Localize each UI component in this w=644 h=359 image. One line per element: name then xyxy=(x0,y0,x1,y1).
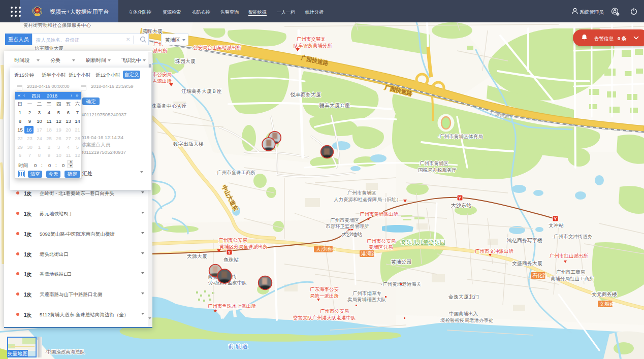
svg-text:信室商业大厦: 信室商业大厦 xyxy=(34,45,63,51)
svg-text:文元商务楼: 文元商务楼 xyxy=(592,291,617,297)
svg-text:·中国渔政南海总队: ·中国渔政南海总队 xyxy=(45,349,85,354)
svg-text:公安局台山车站派出所: 公安局台山车站派出所 xyxy=(193,45,242,50)
svg-text:广州市工商局: 广州市工商局 xyxy=(556,269,585,275)
svg-text:黄埔公园: 黄埔公园 xyxy=(391,259,411,265)
svg-text:广州市黄埔区: 广州市黄埔区 xyxy=(347,190,376,195)
svg-text:鸿亿商务写字楼: 鸿亿商务写字楼 xyxy=(506,238,542,243)
svg-text:广州市黄埔区: 广州市黄埔区 xyxy=(420,160,448,166)
svg-text:·广州市黄埔区体育局: ·广州市黄埔区体育局 xyxy=(438,134,483,139)
svg-text:国税局办税服务厅: 国税局办税服务厅 xyxy=(418,167,457,173)
svg-text:鱼珠站: 鱼珠站 xyxy=(223,257,239,263)
svg-text:Y: Y xyxy=(554,216,557,221)
svg-text:广州市黄埔派出所: 广州市黄埔派出所 xyxy=(360,211,399,217)
svg-text:奇乐儿儿童游乐园: 奇乐儿儿童游乐园 xyxy=(401,239,445,245)
svg-text:人力资源和社会保障局（旧址）: 人力资源和社会保障局（旧址） xyxy=(334,197,401,202)
svg-text:·广州市鱼珠工商所: ·广州市鱼珠工商所 xyxy=(215,170,256,175)
svg-text:广州市文冲派出所: 广州市文冲派出所 xyxy=(475,248,514,254)
svg-text:港湾路: 港湾路 xyxy=(361,251,376,256)
svg-text:大沙地西: 大沙地西 xyxy=(316,246,336,252)
svg-text:·广州市文冲街道办: ·广州市文冲街道办 xyxy=(552,234,593,239)
svg-text:骊丰大厦Ｃ座: 骊丰大厦Ｃ座 xyxy=(319,103,350,108)
svg-text:★: ★ xyxy=(367,217,370,221)
svg-text:天源大厦: 天源大厦 xyxy=(187,253,207,259)
svg-text:局第一派出所: 局第一派出所 xyxy=(310,293,339,299)
svg-text:大沙东站: 大沙东站 xyxy=(451,203,471,208)
svg-text:金逸大厦北门: 金逸大厦北门 xyxy=(448,294,479,300)
svg-text:★: ★ xyxy=(213,308,217,313)
svg-text:文船路: 文船路 xyxy=(599,301,615,307)
svg-text:境检验检疫局老港办事处: 境检验检疫局老港办事处 xyxy=(440,317,494,323)
svg-text:石化路: 石化路 xyxy=(532,273,548,278)
svg-text:文冲站: 文冲站 xyxy=(549,222,564,228)
svg-text:广州市公安局: 广州市公安局 xyxy=(320,308,349,314)
svg-text:广州市黄埔区: 广州市黄埔区 xyxy=(330,217,359,223)
svg-text:派出所: 派出所 xyxy=(153,48,168,53)
svg-text:卖局黄埔稽查大队: 卖局黄埔稽查大队 xyxy=(347,297,386,302)
svg-text:数字出版大楼: 数字出版大楼 xyxy=(173,141,204,147)
svg-text:黄埔区分局: 黄埔区分局 xyxy=(369,244,393,250)
svg-text:大沙地站: 大沙地站 xyxy=(342,232,362,237)
svg-text:黄埔区分局鱼珠派出所: 黄埔区分局鱼珠派出所 xyxy=(219,244,268,249)
svg-text:中国黄埔出入: 中国黄埔出入 xyxy=(449,311,478,316)
svg-text:市容环卫监督管理所: 市容环卫监督管理所 xyxy=(325,223,369,229)
svg-text:广州市交警支: 广州市交警支 xyxy=(297,36,326,42)
svg-text:珠商务中心Ａ座: 珠商务中心Ａ座 xyxy=(151,103,187,109)
svg-text:广州市红山派出所: 广州市红山派出所 xyxy=(550,253,589,258)
svg-text:Y: Y xyxy=(458,195,461,201)
svg-text:黄埔分局红山工商所: 黄埔分局红山工商所 xyxy=(551,276,594,281)
svg-text:江瑞商务大厦Ｂ座: 江瑞商务大厦Ｂ座 xyxy=(181,88,222,94)
svg-text:广东海事公安: 广东海事公安 xyxy=(310,286,339,292)
svg-text:黄村街劳动和社会保障服务中心: 黄村街劳动和社会保障服务中心 xyxy=(23,22,91,28)
svg-text:前航道: 前航道 xyxy=(229,343,249,349)
svg-text:悦丰商务大厦: 悦丰商务大厦 xyxy=(290,92,321,97)
svg-text:吉源出所: 吉源出所 xyxy=(152,78,172,84)
svg-text:文盛商务大厦: 文盛商务大厦 xyxy=(512,260,542,266)
svg-text:交警支队广州港大队老港中队: 交警支队广州港大队老港中队 xyxy=(293,315,356,320)
svg-text:广州市公安局: 广州市公安局 xyxy=(367,238,396,244)
svg-text:广州市公安局: 广州市公安局 xyxy=(218,237,247,243)
svg-text:Y: Y xyxy=(228,250,231,255)
svg-text:市公安局: 市公安局 xyxy=(152,72,172,77)
svg-text:珠园大厦: 珠园大厦 xyxy=(175,58,196,64)
svg-text:队车管所黄埔分所: 队车管所黄埔分所 xyxy=(294,43,333,48)
svg-text:广州市烟草专: 广州市烟草专 xyxy=(352,290,382,296)
